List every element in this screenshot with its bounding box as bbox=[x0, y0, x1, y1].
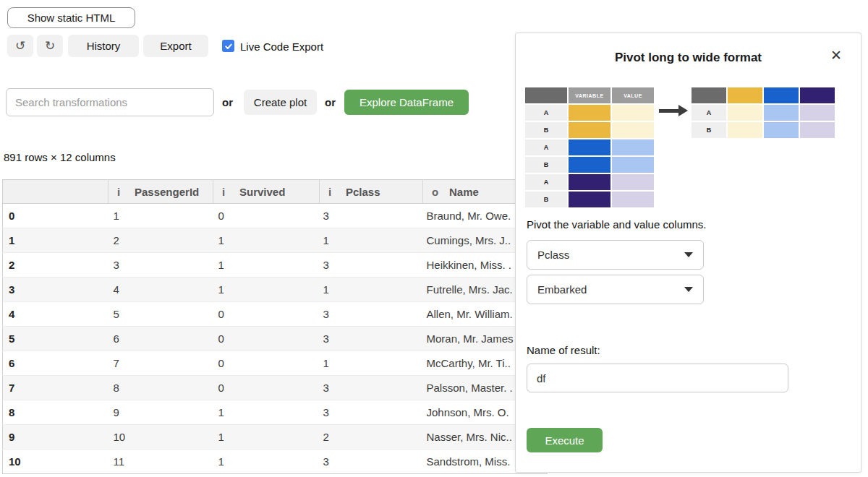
diagram-row-label: B bbox=[525, 157, 567, 173]
cell: 0 bbox=[213, 376, 320, 400]
cell: 6 bbox=[109, 327, 213, 351]
diagram-cell bbox=[612, 139, 654, 155]
cell: 0 bbox=[213, 327, 320, 351]
row-index: 5 bbox=[3, 327, 109, 351]
diagram-cell bbox=[612, 174, 654, 190]
pivot-diagram-long-table: VARIABLE VALUE A B A B A B bbox=[525, 87, 654, 207]
diagram-cell bbox=[800, 87, 835, 103]
chevron-down-icon bbox=[684, 287, 693, 292]
diagram-cell bbox=[612, 122, 654, 138]
row-index: 7 bbox=[3, 376, 109, 400]
check-icon bbox=[224, 42, 233, 51]
diagram-cell bbox=[569, 174, 610, 190]
cell: 3 bbox=[320, 302, 423, 327]
dtype-int-icon: i bbox=[117, 186, 135, 198]
dataframe-shape-summary: 891 rows × 12 columns bbox=[4, 151, 116, 163]
diagram-row-label: A bbox=[525, 174, 567, 190]
diagram-variable-header: VARIABLE bbox=[569, 87, 610, 103]
value-column-value: Embarked bbox=[537, 283, 587, 296]
column-header-passengerid[interactable]: iPassengerId bbox=[109, 180, 213, 204]
dialog-title: Pivot long to wide format bbox=[516, 51, 861, 65]
row-index: 2 bbox=[3, 253, 109, 278]
bamboolib-app: Show static HTML ↺ ↻ History Export Live… bbox=[0, 0, 868, 477]
diagram-corner-cell bbox=[692, 87, 726, 103]
cell: 1 bbox=[213, 278, 320, 302]
diagram-cell bbox=[800, 105, 835, 121]
live-code-export-checkbox[interactable] bbox=[222, 40, 234, 52]
result-name-input[interactable] bbox=[527, 364, 788, 392]
or-label: or bbox=[325, 96, 336, 108]
diagram-row-label: A bbox=[692, 105, 726, 121]
table-header-row: iPassengerId iSurvived iPclass oName bbox=[3, 180, 548, 204]
table-row: 0 1 0 3 Braund, Mr. Owe. bbox=[3, 204, 548, 228]
execute-button[interactable]: Execute bbox=[527, 428, 603, 452]
table-row: 7 8 0 3 Palsson, Master. . bbox=[3, 376, 548, 400]
value-column-select[interactable]: Embarked bbox=[527, 275, 704, 304]
undo-icon[interactable]: ↺ bbox=[7, 35, 33, 57]
diagram-row-label: A bbox=[525, 139, 567, 155]
pivot-diagram-wide-table: A B bbox=[692, 87, 835, 138]
column-header-index[interactable] bbox=[3, 180, 109, 204]
cell: 1 bbox=[213, 253, 320, 278]
show-static-html-button[interactable]: Show static HTML bbox=[7, 7, 135, 28]
row-index: 1 bbox=[3, 228, 109, 253]
row-index: 0 bbox=[3, 204, 109, 228]
cell: 4 bbox=[109, 278, 213, 302]
cell: 3 bbox=[320, 253, 423, 278]
pivot-description: Pivot the variable and value columns. bbox=[527, 218, 706, 231]
row-index: 9 bbox=[3, 425, 109, 450]
cell: 1 bbox=[213, 425, 320, 450]
cell: 0 bbox=[213, 302, 320, 327]
diagram-value-header: VALUE bbox=[612, 87, 654, 103]
diagram-cell bbox=[728, 87, 762, 103]
diagram-cell bbox=[569, 157, 610, 173]
diagram-cell bbox=[569, 192, 610, 207]
variable-column-select[interactable]: Pclass bbox=[527, 240, 704, 270]
column-header-survived[interactable]: iSurvived bbox=[213, 180, 320, 204]
cell: 10 bbox=[109, 425, 213, 450]
diagram-cell bbox=[612, 105, 654, 121]
close-icon[interactable]: ✕ bbox=[830, 48, 842, 62]
diagram-cell bbox=[764, 87, 799, 103]
live-code-export-label: Live Code Export bbox=[240, 40, 323, 53]
diagram-row-label: B bbox=[525, 122, 567, 138]
pivot-dialog: Pivot long to wide format ✕ VARIABLE VAL… bbox=[515, 33, 861, 473]
row-index: 3 bbox=[3, 278, 109, 302]
table-row: 3 4 1 1 Futrelle, Mrs. Jac. bbox=[3, 278, 548, 302]
table-row: 5 6 0 3 Moran, Mr. James bbox=[3, 327, 548, 351]
table-row: 8 9 1 3 Johnson, Mrs. O. bbox=[3, 400, 548, 425]
result-name-label: Name of result: bbox=[527, 344, 600, 356]
chevron-down-icon bbox=[684, 252, 693, 257]
cell: 3 bbox=[320, 204, 423, 228]
cell: 1 bbox=[109, 204, 213, 228]
export-button[interactable]: Export bbox=[143, 35, 208, 57]
cell: 1 bbox=[213, 450, 320, 474]
cell: 0 bbox=[213, 351, 320, 376]
cell: 2 bbox=[320, 425, 423, 450]
or-label: or bbox=[222, 96, 233, 108]
diagram-cell bbox=[728, 122, 762, 138]
cell: 8 bbox=[109, 376, 213, 400]
diagram-cell bbox=[569, 139, 610, 155]
cell: 3 bbox=[320, 450, 423, 474]
create-plot-button[interactable]: Create plot bbox=[244, 90, 317, 115]
cell: 3 bbox=[109, 253, 213, 278]
diagram-cell bbox=[764, 105, 799, 121]
diagram-cell bbox=[612, 192, 654, 207]
table-row: 10 11 1 3 Sandstrom, Miss. bbox=[3, 450, 548, 474]
cell: 3 bbox=[320, 376, 423, 400]
column-header-pclass[interactable]: iPclass bbox=[320, 180, 423, 204]
diagram-cell bbox=[800, 122, 835, 138]
cell: 1 bbox=[213, 228, 320, 253]
cell: 9 bbox=[109, 400, 213, 425]
cell: 2 bbox=[109, 228, 213, 253]
search-input[interactable] bbox=[6, 88, 214, 116]
explore-dataframe-button[interactable]: Explore DataFrame bbox=[344, 90, 469, 115]
cell: 1 bbox=[213, 400, 320, 425]
diagram-row-label: B bbox=[692, 122, 726, 138]
table-row: 2 3 1 3 Heikkinen, Miss. . bbox=[3, 253, 548, 278]
diagram-cell bbox=[764, 122, 799, 138]
diagram-cell bbox=[569, 122, 610, 138]
history-button[interactable]: History bbox=[68, 35, 139, 57]
redo-icon[interactable]: ↻ bbox=[37, 35, 63, 57]
